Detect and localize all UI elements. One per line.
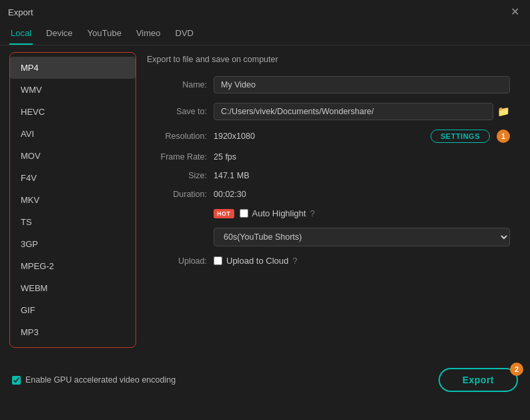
resolution-value: 1920x1080 (214, 132, 424, 141)
auto-highlight-help-icon[interactable]: ? (310, 208, 314, 218)
settings-button[interactable]: SETTINGS (431, 130, 490, 143)
folder-icon[interactable]: 📁 (497, 106, 510, 118)
auto-highlight-content: HOT Auto Highlight ? (214, 208, 510, 218)
size-row: Size: 147.1 MB (147, 171, 510, 180)
gpu-checkbox[interactable] (12, 376, 21, 385)
format-3gp[interactable]: 3GP (10, 233, 136, 255)
format-mpeg2[interactable]: MPEG-2 (10, 255, 136, 277)
name-input[interactable] (214, 76, 510, 93)
hot-badge: HOT (214, 209, 234, 218)
resolution-value-row: 1920x1080 SETTINGS 1 (214, 130, 510, 143)
format-wmv[interactable]: WMV (10, 79, 136, 101)
format-mov[interactable]: MOV (10, 145, 136, 167)
save-to-label: Save to: (147, 107, 207, 116)
settings-badge: 1 (497, 130, 510, 143)
main-content: MP4 WMV HEVC AVI MOV F4V MKV TS 3GP MPEG… (0, 52, 530, 348)
highlight-duration-select[interactable]: 60s(YouTube Shorts) 30s 90s 120s (214, 228, 510, 246)
format-list: MP4 WMV HEVC AVI MOV F4V MKV TS 3GP MPEG… (9, 52, 136, 348)
bottom-bar: Enable GPU accelerated video encoding Ex… (0, 359, 530, 400)
format-f4v[interactable]: F4V (10, 167, 136, 189)
duration-label: Duration: (147, 190, 207, 199)
duration-value: 00:02:30 (214, 190, 510, 199)
format-mp4[interactable]: MP4 (10, 57, 136, 79)
upload-cloud-text: Upload to Cloud (226, 256, 288, 266)
format-hevc[interactable]: HEVC (10, 101, 136, 123)
close-button[interactable]: ✕ (508, 5, 522, 19)
gpu-label[interactable]: Enable GPU accelerated video encoding (12, 375, 176, 385)
auto-highlight-row: HOT Auto Highlight ? (147, 208, 510, 218)
title-bar: Export ✕ (0, 0, 530, 24)
tab-device[interactable]: Device (45, 24, 74, 45)
upload-content: Upload to Cloud ? (214, 256, 510, 266)
format-webm[interactable]: WEBM (10, 277, 136, 299)
auto-highlight-text: Auto Highlight (252, 208, 306, 218)
upload-label: Upload: (147, 256, 207, 266)
upload-cloud-checkbox[interactable] (214, 256, 222, 265)
save-to-input[interactable] (214, 103, 493, 120)
path-row: 📁 (214, 103, 510, 120)
name-label: Name: (147, 80, 207, 89)
tab-dvd[interactable]: DVD (174, 24, 195, 45)
format-mp3[interactable]: MP3 (10, 321, 136, 343)
save-to-row: Save to: 📁 (147, 103, 510, 120)
format-gif[interactable]: GIF (10, 299, 136, 321)
auto-highlight-checkbox[interactable] (240, 209, 248, 218)
auto-highlight-label[interactable]: Auto Highlight (240, 208, 306, 218)
duration-row: Duration: 00:02:30 (147, 190, 510, 199)
size-label: Size: (147, 171, 207, 180)
tab-vimeo[interactable]: Vimeo (135, 24, 162, 45)
format-avi[interactable]: AVI (10, 123, 136, 145)
highlight-dropdown-row: 60s(YouTube Shorts) 30s 90s 120s (147, 228, 510, 246)
window-title: Export (8, 7, 33, 17)
format-ts[interactable]: TS (10, 211, 136, 233)
format-mkv[interactable]: MKV (10, 189, 136, 211)
tab-local[interactable]: Local (9, 24, 33, 45)
export-subtitle: Export to file and save on computer (147, 55, 510, 64)
export-button-wrapper: Export 2 (439, 368, 518, 392)
tab-youtube[interactable]: YouTube (86, 24, 123, 45)
export-button[interactable]: Export (439, 368, 518, 392)
size-value: 147.1 MB (214, 171, 510, 180)
export-badge: 2 (510, 363, 523, 376)
right-panel: Export to file and save on computer Name… (136, 52, 521, 348)
upload-help-icon[interactable]: ? (292, 256, 297, 266)
name-row: Name: (147, 76, 510, 93)
dropdown-container: 60s(YouTube Shorts) 30s 90s 120s (214, 228, 510, 246)
upload-cloud-label[interactable]: Upload to Cloud (214, 256, 288, 266)
upload-row: Upload: Upload to Cloud ? (147, 256, 510, 266)
gpu-text: Enable GPU accelerated video encoding (25, 375, 176, 385)
frame-rate-row: Frame Rate: 25 fps (147, 152, 510, 162)
frame-rate-value: 25 fps (214, 152, 510, 162)
tab-bar: Local Device YouTube Vimeo DVD (0, 24, 530, 45)
resolution-row: Resolution: 1920x1080 SETTINGS 1 (147, 130, 510, 143)
resolution-label: Resolution: (147, 132, 207, 141)
frame-rate-label: Frame Rate: (147, 152, 207, 162)
